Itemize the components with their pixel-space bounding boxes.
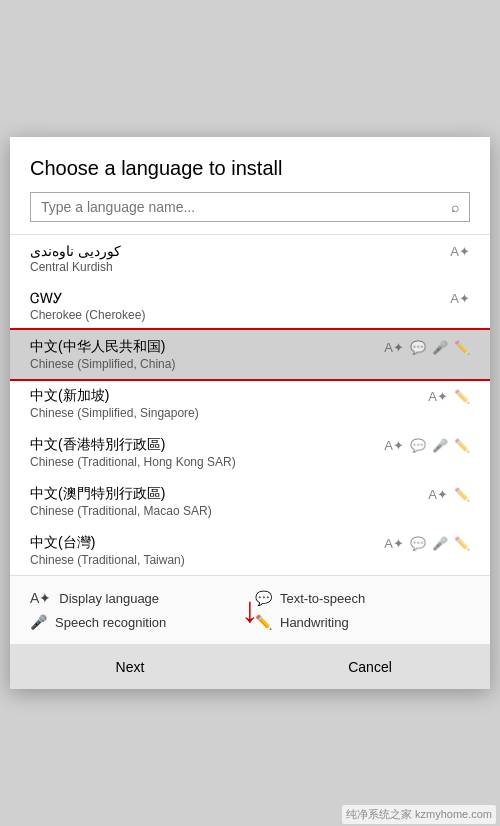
display-icon: A✦ [450,291,470,306]
tts-legend-icon: 💬 [255,590,272,606]
lang-english-name: Chinese (Traditional, Taiwan) [30,553,470,567]
lang-native-name: کوردیی ناوەندی [30,243,121,259]
display-icon: A✦ [428,389,448,404]
tts-legend-label: Text-to-speech [280,591,365,606]
lang-native-name: 中文(台灣) [30,534,95,552]
lang-feature-icons: A✦💬🎤✏️ [384,536,470,551]
legend-item-handwriting: ✏️ Handwriting [255,614,470,630]
lang-item-chinese-traditional-taiwan[interactable]: 中文(台灣) A✦💬🎤✏️ Chinese (Traditional, Taiw… [10,526,490,575]
display-icon: A✦ [428,487,448,502]
lang-native-name: 中文(香港特別行政區) [30,436,165,454]
handwriting-legend-icon: ✏️ [255,614,272,630]
lang-english-name: Chinese (Simplified, Singapore) [30,406,470,420]
speech-icon: 💬 [410,340,426,355]
display-legend-label: Display language [59,591,159,606]
lang-feature-icons: A✦✏️ [428,487,470,502]
handwriting-legend-label: Handwriting [280,615,349,630]
lang-feature-icons: A✦ [450,244,470,259]
lang-feature-icons: A✦✏️ [428,389,470,404]
lang-english-name: Chinese (Traditional, Macao SAR) [30,504,470,518]
legend-item-speech: 🎤 Speech recognition [30,614,245,630]
lang-item-chinese-simplified-singapore[interactable]: 中文(新加坡) A✦✏️ Chinese (Simplified, Singap… [10,379,490,428]
handwriting-icon: ✏️ [454,340,470,355]
language-dialog: Choose a language to install ⌕ کوردیی نا… [10,137,490,689]
dialog-title: Choose a language to install [10,137,490,192]
display-legend-icon: A✦ [30,590,51,606]
lang-english-name: Chinese (Traditional, Hong Kong SAR) [30,455,470,469]
lang-english-name: Cherokee (Cherokee) [30,308,470,322]
handwriting-icon: ✏️ [454,438,470,453]
mic-icon: 🎤 [432,340,448,355]
button-row: Next Cancel [10,644,490,689]
lang-item-central-kurdish[interactable]: کوردیی ناوەندی A✦ Central Kurdish [10,235,490,282]
display-icon: A✦ [450,244,470,259]
display-icon: A✦ [384,438,404,453]
speech-legend-icon: 🎤 [30,614,47,630]
legend-section: A✦ Display language 💬 Text-to-speech 🎤 S… [10,575,490,644]
handwriting-icon: ✏️ [454,536,470,551]
search-icon: ⌕ [451,199,459,215]
lang-native-name: 中文(中华人民共和国) [30,338,165,356]
language-list: کوردیی ناوەندی A✦ Central Kurdish ᏣᎳᎩ A✦… [10,234,490,575]
search-bar: ⌕ [30,192,470,222]
lang-feature-icons: A✦ [450,291,470,306]
legend-grid: A✦ Display language 💬 Text-to-speech 🎤 S… [30,590,470,630]
lang-english-name: Chinese (Simplified, China) [30,357,470,371]
lang-item-chinese-traditional-macao[interactable]: 中文(澳門特別行政區) A✦✏️ Chinese (Traditional, M… [10,477,490,526]
handwriting-icon: ✏️ [454,389,470,404]
lang-item-chinese-traditional-hk[interactable]: 中文(香港特別行政區) A✦💬🎤✏️ Chinese (Traditional,… [10,428,490,477]
lang-native-name: 中文(澳門特別行政區) [30,485,165,503]
speech-legend-label: Speech recognition [55,615,166,630]
speech-icon: 💬 [410,438,426,453]
display-icon: A✦ [384,536,404,551]
speech-icon: 💬 [410,536,426,551]
next-button[interactable]: Next [10,645,250,689]
lang-native-name: 中文(新加坡) [30,387,109,405]
mic-icon: 🎤 [432,536,448,551]
display-icon: A✦ [384,340,404,355]
lang-english-name: Central Kurdish [30,260,470,274]
lang-item-chinese-simplified-china[interactable]: 中文(中华人民共和国) A✦💬🎤✏️ Chinese (Simplified, … [10,330,490,379]
lang-feature-icons: A✦💬🎤✏️ [384,438,470,453]
lang-native-name: ᏣᎳᎩ [30,290,63,307]
handwriting-icon: ✏️ [454,487,470,502]
legend-item-tts: 💬 Text-to-speech [255,590,470,606]
search-input[interactable] [41,199,451,215]
cancel-button[interactable]: Cancel [250,645,490,689]
lang-item-cherokee[interactable]: ᏣᎳᎩ A✦ Cherokee (Cherokee) [10,282,490,330]
lang-feature-icons: A✦💬🎤✏️ [384,340,470,355]
mic-icon: 🎤 [432,438,448,453]
legend-item-display: A✦ Display language [30,590,245,606]
watermark: 纯净系统之家 kzmyhome.com [342,805,496,824]
